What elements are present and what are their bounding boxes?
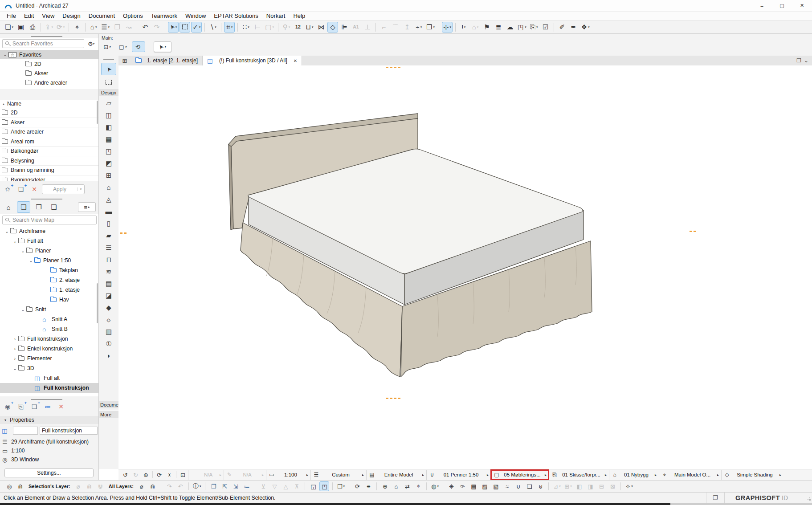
level-dimension-tool[interactable]: ① [101,338,116,349]
navigator-menu-button[interactable]: ≡▸ [78,202,96,212]
detail-marker[interactable]: ◳▾ [516,22,528,33]
pen-set[interactable]: ∪ 01 Penner 1:50 ▸ [426,470,491,480]
zoom-value[interactable]: N/A ▸ [188,470,224,480]
view-rotation[interactable]: ✎ N/A ▸ [224,470,266,480]
parameter-transfer[interactable]: ❖▾ [580,22,591,33]
favorites-item[interactable]: 2D [0,59,98,69]
view-map-item[interactable]: › Elementer [0,354,98,363]
expand-chevron-icon[interactable]: ⌄ [4,229,10,234]
undo-small[interactable]: ↶▾ [175,481,185,491]
shell2-tool[interactable]: ◗ [101,350,116,361]
curtain-wall-tool[interactable]: ▦ [101,134,116,144]
menu-item[interactable]: Design [58,12,84,20]
marquee-tool[interactable]: ▾ [180,22,190,33]
select-tool[interactable]: ➤ [101,63,116,75]
go-down-story[interactable]: ▽▾ [269,481,279,491]
expand-chevron-icon[interactable]: ⌄ [12,366,18,371]
graphisoft-id-label[interactable]: ID [782,494,806,501]
view-map-item[interactable]: Takplan [0,265,98,275]
view-map[interactable]: ❏ [17,201,30,213]
favorites-item[interactable]: Akser [0,69,98,78]
renovation-filter[interactable]: ⌂ 01 Nybygg ▸ [609,470,659,480]
close-button[interactable]: ✕ [792,0,812,11]
send-receive[interactable]: ⟳▾ [55,22,66,33]
delete-favorite[interactable]: ✕ [29,184,40,194]
3d-style-settings[interactable]: ◍▾ [430,481,440,491]
menu-item[interactable]: Edit [20,12,38,20]
door-tool[interactable]: ◧ [101,122,116,132]
morph-tool[interactable]: ◬ [101,194,116,204]
capture-path[interactable]: ↝▾ [123,22,134,33]
option-chevron-icon[interactable]: ▸ [262,473,264,477]
expand-chevron-icon[interactable]: ⌄ [12,239,18,244]
look-to[interactable]: ⊕▾ [380,481,390,491]
find-and-select[interactable]: ⌖▾ [72,22,82,33]
pens[interactable]: ∪▾ [513,481,523,491]
properties-header[interactable]: ▾ Properties [0,416,98,424]
pan-orbit-mode[interactable]: ⟲ [132,41,145,52]
view-map-item[interactable]: ⌄ Planer 1:50 [0,256,98,265]
favorites-list-item[interactable]: Bygningsdeler [0,175,98,181]
filter-elements-3d[interactable]: ❐▾ [208,481,218,491]
align-elements[interactable]: ⊫▾ [339,22,350,33]
scale[interactable]: ▭ 1:100 ▸ [266,470,310,480]
fillet[interactable]: ⌒▾ [390,22,401,33]
view-map-item[interactable]: 2. etasje [0,275,98,285]
arrow-tool[interactable]: ➤▾ [168,22,179,33]
quick-layers[interactable]: ☰▾ [100,22,111,33]
menu-item[interactable]: Teamwork [147,12,181,20]
snap-guides[interactable]: ⊢▾ [252,22,263,33]
profiles[interactable]: ≈▾ [502,481,512,491]
menu-item[interactable]: View [38,12,58,20]
zoom-previous[interactable]: ↺ [120,470,131,479]
dimension-settings[interactable]: ⊿▾ [552,481,562,491]
orbit[interactable]: ⟳▾ [352,481,362,491]
window-tool[interactable]: ◫ [101,110,116,120]
object-tool[interactable]: ◆ [101,302,116,313]
apply-surface[interactable]: ✑▾ [457,481,467,491]
tab-overview-button[interactable]: ⊞ [118,56,131,65]
graphisoft-brand[interactable]: GRAPHISOFT [725,494,782,501]
grid-tool[interactable]: ⊞ [101,170,116,180]
issue-manager[interactable]: ☁▾ [505,22,515,33]
marquee-tool[interactable] [101,77,116,87]
print[interactable]: ⎙▾ [27,22,38,33]
minimize-button[interactable]: – [752,0,772,11]
resize-grip[interactable] [806,496,810,500]
view-name-field[interactable]: Full konstruksjon [40,427,98,435]
axonometry[interactable]: ◱▾ [308,481,318,491]
add-favorite[interactable]: ✩ [2,184,13,194]
hotlink-module[interactable]: ⎘▾ [529,22,539,33]
zoom-in[interactable]: ⊕ [141,470,151,479]
favorites-list-item[interactable]: Belysning [0,156,98,166]
confirm-tool[interactable]: ✓▾ [191,22,202,33]
stair-tool[interactable]: ☰ [101,242,116,252]
mirror-right[interactable]: ◨▾ [585,481,595,491]
model-view-options[interactable]: ▢ 05 Møblerings... ▸ [491,470,549,480]
grid-settings[interactable]: ⊞▾ [563,481,573,491]
favorites-palette[interactable]: ⌂▾ [88,22,99,33]
camera-settings[interactable]: ⌖▾ [413,481,423,491]
tab-list-menu[interactable]: ⌄ [804,57,808,64]
expand-chevron-icon[interactable]: › [12,337,18,342]
view-map-item[interactable]: ⌄ Archiframe [0,226,98,236]
save-current-view[interactable]: ◉ [2,402,13,411]
cutaway[interactable]: ❒▾ [336,481,346,491]
toolbox-section-document[interactable]: Docume [99,401,118,408]
beam-tool[interactable]: ▬ [101,206,116,216]
element-information[interactable]: ⓘ▾ [192,481,202,491]
option-chevron-icon[interactable]: ▸ [655,473,657,477]
option-chevron-icon[interactable]: ▸ [605,473,607,477]
distort-tool[interactable]: ⋈▾ [316,22,326,33]
inject-parameters[interactable]: ✒▾ [568,22,579,33]
structure-display[interactable]: ▤ Entire Model ▸ [366,470,426,480]
unlock-selection-layer[interactable]: ⋓▾ [96,481,106,491]
menu-item[interactable]: Help [289,12,309,20]
favorites-list-item[interactable]: Balkongdør [0,147,98,156]
option-chevron-icon[interactable]: ▸ [362,473,364,477]
lamp-tool[interactable]: ☼ [101,314,116,325]
scrollbar-thumb[interactable] [97,283,98,323]
undo[interactable]: ↶▾ [140,22,151,33]
toolbox-section-more[interactable]: More [99,411,118,418]
menu-item[interactable]: Document [85,12,119,20]
